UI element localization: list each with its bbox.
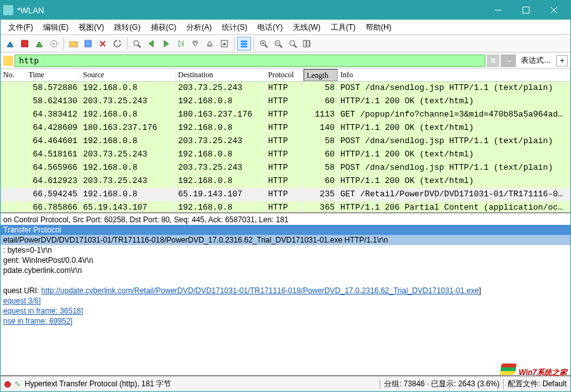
packet-row[interactable]: 66.78586665.19.143.107192.168.0.8HTTP365… — [1, 201, 570, 213]
restart-capture-button[interactable] — [32, 37, 46, 51]
svg-point-8 — [53, 42, 55, 44]
packet-row[interactable]: 64.428609180.163.237.176192.168.0.8HTTP1… — [1, 122, 570, 135]
titlebar: *WLAN — [1, 1, 570, 20]
clear-filter-button[interactable]: ✕ — [487, 54, 499, 67]
auto-scroll-button[interactable] — [217, 37, 231, 51]
menu-help[interactable]: 帮助(H) — [361, 20, 397, 34]
start-capture-button[interactable] — [3, 37, 17, 51]
maximize-button[interactable] — [512, 1, 540, 20]
col-proto[interactable]: Protocol — [266, 69, 304, 81]
menu-go[interactable]: 跳转(G) — [109, 20, 145, 34]
menu-stats[interactable]: 统计(S) — [217, 20, 252, 34]
capture-options-button[interactable] — [47, 37, 61, 51]
detail-host[interactable]: pdate.cyberlink.com\r\n — [1, 265, 570, 275]
packet-row[interactable]: 64.383412192.168.0.8180.163.237.176HTTP1… — [1, 108, 570, 122]
apply-filter-button[interactable]: → — [501, 54, 516, 67]
go-last-button[interactable] — [203, 37, 217, 51]
reload-button[interactable] — [110, 37, 124, 51]
save-file-button[interactable] — [81, 37, 95, 51]
go-first-button[interactable] — [188, 37, 202, 51]
svg-line-30 — [265, 45, 267, 47]
packet-row[interactable]: 64.565966192.168.0.8203.73.25.243HTTP58P… — [1, 161, 570, 175]
close-button[interactable] — [540, 1, 568, 20]
detail-range[interactable]: : bytes=0-1\r\n — [1, 245, 570, 255]
svg-marker-6 — [36, 42, 42, 47]
menu-wireless[interactable]: 无线(W) — [288, 20, 325, 34]
status-proto: Hypertext Transfer Protocol (http), 181 … — [25, 379, 171, 389]
packet-row[interactable]: 66.594245192.168.0.865.19.143.107HTTP235… — [1, 188, 570, 201]
svg-point-14 — [134, 41, 139, 46]
detail-http-request-line[interactable]: etail/PowerDVD/DVD171031-01/TR171116-018… — [1, 235, 570, 245]
menu-capture[interactable]: 捕获(C) — [146, 20, 182, 34]
svg-marker-25 — [222, 42, 226, 45]
find-button[interactable] — [130, 37, 144, 51]
stop-capture-button[interactable] — [18, 37, 32, 51]
menubar: 文件(F) 编辑(E) 视图(V) 跳转(G) 捕获(C) 分析(A) 统计(S… — [1, 20, 570, 35]
menu-tools[interactable]: 工具(T) — [326, 20, 361, 34]
zoom-out-button[interactable] — [271, 37, 285, 51]
svg-rect-39 — [307, 41, 309, 47]
packet-row[interactable]: 64.612923203.73.25.243192.168.0.8HTTP60H… — [1, 175, 570, 188]
menu-file[interactable]: 文件(F) — [3, 20, 38, 34]
app-icon — [3, 5, 13, 15]
packet-row[interactable]: 58.572886192.168.0.8203.73.25.243HTTP58P… — [1, 82, 570, 95]
detail-request-frame[interactable]: equest in frame: 36518] — [1, 306, 570, 316]
svg-line-34 — [279, 45, 282, 47]
detail-user-agent[interactable]: gent: WinInetPost/0.0.4\r\n — [1, 255, 570, 265]
packet-details[interactable]: on Control Protocol, Src Port: 60258, Ds… — [1, 213, 570, 376]
add-filter-button[interactable]: + — [556, 55, 568, 66]
packet-row[interactable]: 64.464601192.168.0.8203.73.25.243HTTP58P… — [1, 135, 570, 148]
detail-tcp[interactable]: on Control Protocol, Src Port: 60258, Ds… — [1, 215, 570, 225]
window-title: *WLAN — [17, 6, 484, 15]
close-file-button[interactable] — [96, 37, 110, 51]
filter-bar: ✕ → 表达式… + — [1, 53, 570, 69]
menu-analyze[interactable]: 分析(A) — [181, 20, 217, 34]
col-dest[interactable]: Destination — [176, 69, 266, 81]
svg-rect-5 — [22, 41, 28, 47]
menu-telephony[interactable]: 电话(Y) — [252, 20, 288, 34]
svg-rect-1 — [523, 7, 529, 13]
svg-marker-17 — [164, 41, 169, 47]
col-source[interactable]: Source — [80, 69, 176, 81]
col-info[interactable]: Info — [338, 69, 570, 81]
col-time[interactable]: Time — [26, 69, 80, 81]
menu-view[interactable]: 视图(V) — [74, 20, 109, 34]
zoom-in-button[interactable] — [257, 37, 271, 51]
menu-edit[interactable]: 编辑(E) — [38, 20, 74, 34]
go-forward-button[interactable] — [159, 37, 173, 51]
detail-blank — [1, 275, 570, 286]
zoom-reset-button[interactable] — [286, 37, 300, 51]
expert-info-icon[interactable] — [4, 381, 11, 388]
col-no[interactable]: No. — [1, 69, 26, 81]
goto-packet-button[interactable] — [174, 37, 188, 51]
statusbar: ✎ Hypertext Transfer Protocol (http), 18… — [1, 376, 570, 391]
packet-list-header: No. Time Source Destination Protocol Len… — [1, 69, 570, 82]
resize-columns-button[interactable] — [300, 37, 314, 51]
colorize-button[interactable] — [237, 37, 251, 51]
packet-row[interactable]: 64.518161203.73.25.243192.168.0.8HTTP60H… — [1, 148, 570, 161]
edit-icon[interactable]: ✎ — [15, 380, 21, 389]
svg-line-37 — [294, 45, 297, 47]
bookmark-icon[interactable] — [3, 56, 13, 66]
svg-marker-4 — [7, 42, 13, 47]
svg-marker-20 — [193, 42, 198, 46]
expression-button[interactable]: 表达式… — [517, 54, 555, 67]
go-back-button[interactable] — [144, 37, 158, 51]
open-file-button[interactable] — [67, 37, 80, 51]
status-profile[interactable]: 配置文件: Default — [508, 379, 567, 389]
svg-marker-13 — [119, 40, 121, 42]
request-uri-link[interactable]: http://update.cyberlink.com/Retail/Power… — [41, 286, 479, 295]
col-length[interactable]: Length — [304, 69, 338, 81]
detail-request-3-of-6[interactable]: equest 3/6] — [1, 296, 570, 306]
display-filter-input[interactable] — [15, 54, 485, 67]
detail-response-frame[interactable]: nse in frame: 69952] — [1, 316, 570, 326]
svg-marker-16 — [149, 41, 153, 47]
toolbar — [1, 35, 570, 53]
detail-request-uri[interactable]: quest URI: http://update.cyberlink.com/R… — [1, 286, 570, 296]
minimize-button[interactable] — [484, 1, 512, 20]
svg-rect-10 — [85, 41, 91, 47]
packet-list[interactable]: No. Time Source Destination Protocol Len… — [1, 69, 570, 213]
detail-http-header[interactable]: Transfer Protocol — [1, 225, 570, 235]
svg-rect-38 — [304, 41, 306, 47]
packet-row[interactable]: 58.624130203.73.25.243192.168.0.8HTTP60H… — [1, 95, 570, 108]
